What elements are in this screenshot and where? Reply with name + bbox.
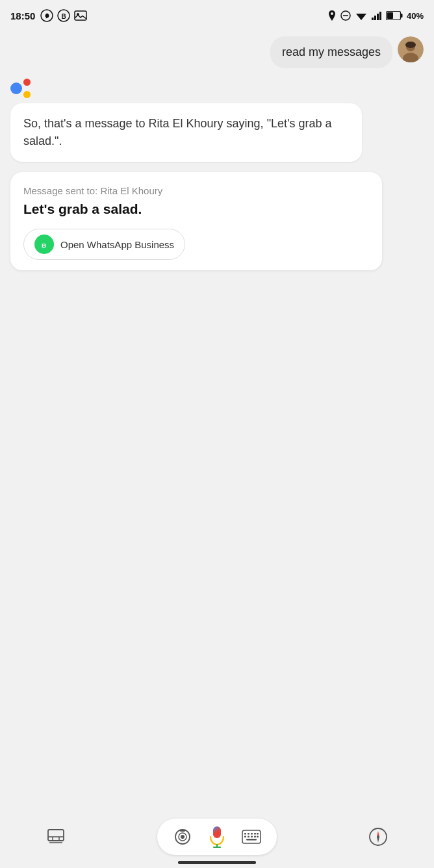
- assistant-response-text: So, that's a message to Rita El Khoury s…: [23, 117, 332, 147]
- svg-rect-10: [377, 14, 379, 20]
- wifi-icon: [355, 10, 368, 21]
- open-whatsapp-label: Open WhatsApp Business: [60, 239, 174, 250]
- logo-dot-yellow: [23, 91, 31, 98]
- battery-percent: 40%: [407, 11, 424, 21]
- svg-rect-37: [254, 833, 256, 835]
- inbox-icon[interactable]: [45, 826, 67, 848]
- location-icon: [327, 10, 337, 21]
- card-message: Let's grab a salad.: [23, 201, 369, 217]
- svg-marker-7: [356, 14, 366, 20]
- svg-rect-8: [372, 18, 374, 20]
- svg-text:B: B: [42, 242, 46, 249]
- status-right-icons: 40%: [327, 10, 424, 21]
- signal-icon: [372, 11, 382, 20]
- status-time: 18:50: [10, 10, 35, 21]
- avatar: [398, 36, 424, 62]
- assistant-row: So, that's a message to Rita El Khoury s…: [10, 79, 424, 162]
- svg-point-28: [181, 835, 185, 839]
- svg-rect-21: [48, 830, 64, 841]
- svg-rect-42: [254, 836, 256, 838]
- logo-dot-red: [23, 79, 31, 86]
- card-subtitle: Message sent to: Rita El Khoury: [23, 185, 369, 196]
- user-bubble: read my messages: [270, 36, 392, 68]
- battery-icon: [386, 11, 403, 20]
- svg-text:B: B: [62, 13, 66, 20]
- svg-rect-35: [248, 833, 249, 835]
- svg-rect-40: [248, 836, 249, 838]
- user-message-row: read my messages: [10, 36, 424, 68]
- message-card: Message sent to: Rita El Khoury Let's gr…: [10, 172, 382, 270]
- b-status-icon: B: [57, 9, 70, 22]
- capture-icon[interactable]: [173, 827, 192, 847]
- svg-rect-3: [75, 11, 86, 20]
- svg-point-18: [405, 42, 416, 48]
- nav-indicator: [178, 861, 256, 864]
- svg-rect-14: [387, 12, 393, 19]
- assistant-logo: [10, 79, 31, 98]
- open-whatsapp-button[interactable]: B Open WhatsApp Business: [23, 229, 185, 260]
- bottom-toolbar: [0, 811, 434, 868]
- svg-rect-30: [213, 826, 221, 838]
- status-bar: 18:50 B: [0, 0, 434, 29]
- whatsapp-business-icon: B: [34, 235, 54, 254]
- svg-rect-41: [251, 836, 253, 838]
- compass-icon[interactable]: [367, 826, 389, 848]
- keyboard-icon[interactable]: [242, 827, 261, 847]
- svg-rect-9: [374, 16, 376, 20]
- svg-rect-43: [257, 836, 259, 838]
- svg-rect-11: [379, 12, 381, 20]
- chat-area: read my messages So, that's a message to…: [0, 29, 434, 278]
- minus-icon: [340, 10, 351, 21]
- svg-rect-38: [257, 833, 259, 835]
- svg-rect-34: [244, 833, 246, 835]
- svg-rect-44: [246, 839, 257, 841]
- image-status-icon: [74, 10, 87, 21]
- assistant-bubble: So, that's a message to Rita El Khoury s…: [10, 103, 362, 162]
- microphone-icon[interactable]: [205, 825, 229, 849]
- whatsapp-status-icon: [40, 9, 53, 22]
- logo-dot-blue: [10, 83, 22, 94]
- user-message-text: read my messages: [282, 45, 381, 58]
- svg-rect-13: [400, 14, 402, 18]
- svg-rect-36: [251, 833, 253, 835]
- svg-rect-29: [180, 830, 185, 832]
- svg-rect-39: [244, 836, 246, 838]
- toolbar-center-pill: [157, 819, 277, 855]
- svg-point-48: [377, 836, 379, 838]
